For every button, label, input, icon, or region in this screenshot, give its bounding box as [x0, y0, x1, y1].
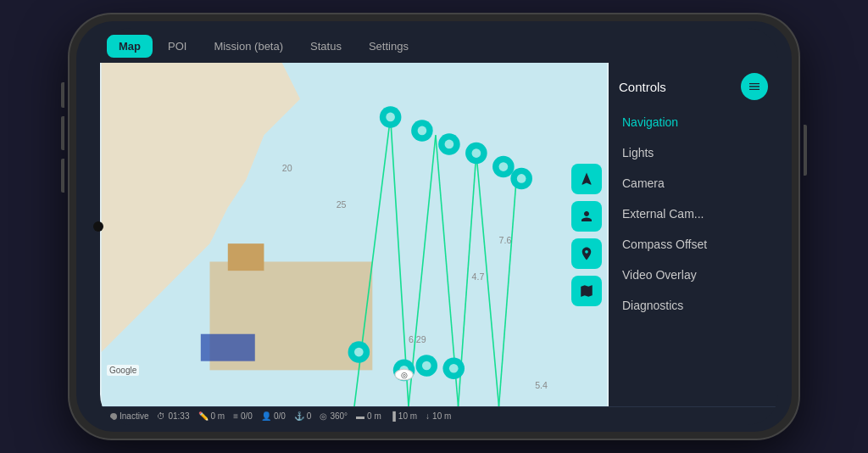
svg-point-32	[499, 162, 509, 171]
nav-item-camera[interactable]: Camera	[609, 168, 778, 199]
svg-rect-4	[201, 334, 255, 361]
nav-item-navigation[interactable]: Navigation	[609, 107, 778, 137]
tab-map[interactable]: Map	[107, 35, 153, 58]
svg-point-26	[445, 140, 454, 149]
hamburger-menu-button[interactable]	[741, 73, 768, 100]
status-time: ⏱ 01:33	[157, 411, 189, 421]
map-area[interactable]: 20 25 7.6 4.7 6.29 5.4	[100, 63, 609, 406]
status-distance: ✏️ 0 m	[198, 411, 225, 421]
phone-frame: Map POI Mission (beta) Status Settings	[70, 14, 798, 439]
svg-rect-3	[228, 243, 264, 271]
status-bar: Inactive ⏱ 01:33 ✏️ 0 m ≡ 0/0 👤 0/0	[100, 406, 778, 425]
status-width: ▐ 10 m	[390, 411, 417, 421]
power-button[interactable]	[804, 125, 807, 176]
panel-header: Controls	[609, 70, 778, 107]
status-height: ↓ 10 m	[426, 411, 451, 421]
svg-text:20: 20	[282, 163, 292, 173]
svg-point-20	[386, 113, 395, 122]
map-type-button[interactable]	[571, 276, 602, 306]
svg-point-47	[449, 364, 459, 373]
main-content: 20 25 7.6 4.7 6.29 5.4	[100, 63, 778, 406]
camera-notch	[93, 221, 103, 232]
tab-settings[interactable]: Settings	[357, 35, 420, 58]
nav-item-lights[interactable]: Lights	[609, 137, 778, 168]
app-screen: Map POI Mission (beta) Status Settings	[100, 28, 778, 425]
svg-text:5.4: 5.4	[535, 380, 548, 390]
status-anchors: ⚓ 0	[294, 411, 312, 421]
right-panel: Controls Navigation Lights	[609, 63, 778, 406]
svg-text:4.7: 4.7	[472, 271, 485, 282]
status-waypoints: ≡ 0/0	[233, 411, 253, 421]
status-depth: ▬ 0 m	[356, 411, 381, 421]
status-inactive: Inactive	[110, 411, 148, 421]
location-button[interactable]	[571, 238, 602, 269]
controls-title: Controls	[619, 80, 666, 94]
nav-item-video-overlay[interactable]: Video Overlay	[609, 260, 778, 290]
status-heading: ◎ 360°	[320, 411, 348, 421]
svg-text:7.6: 7.6	[499, 235, 512, 245]
svg-text:25: 25	[337, 199, 347, 210]
nav-item-external-cam[interactable]: External Cam...	[609, 199, 778, 229]
tab-poi[interactable]: POI	[156, 35, 198, 58]
svg-point-38	[354, 348, 364, 357]
navigation-button[interactable]	[571, 164, 602, 194]
nav-item-compass-offset[interactable]: Compass Offset	[609, 229, 778, 260]
google-watermark: Google	[107, 365, 139, 376]
svg-point-35	[517, 174, 526, 183]
map-action-buttons	[571, 164, 602, 306]
nav-item-diagnostics[interactable]: Diagnostics	[609, 290, 778, 321]
person-button[interactable]	[571, 201, 602, 232]
mute-button[interactable]	[61, 159, 64, 193]
svg-point-23	[418, 126, 427, 136]
status-indicator	[110, 413, 117, 420]
svg-text:6.29: 6.29	[409, 334, 426, 344]
svg-text:◎: ◎	[401, 371, 408, 379]
volume-up-button[interactable]	[61, 82, 64, 108]
svg-point-44	[422, 361, 431, 371]
svg-point-29	[472, 148, 481, 158]
tab-bar: Map POI Mission (beta) Status Settings	[100, 28, 778, 63]
map-svg: 20 25 7.6 4.7 6.29 5.4	[100, 63, 609, 406]
status-count2: 👤 0/0	[261, 411, 286, 421]
phone-screen: Map POI Mission (beta) Status Settings	[76, 21, 792, 432]
tab-mission[interactable]: Mission (beta)	[202, 35, 295, 58]
volume-down-button[interactable]	[61, 116, 64, 150]
tab-status[interactable]: Status	[298, 35, 353, 58]
